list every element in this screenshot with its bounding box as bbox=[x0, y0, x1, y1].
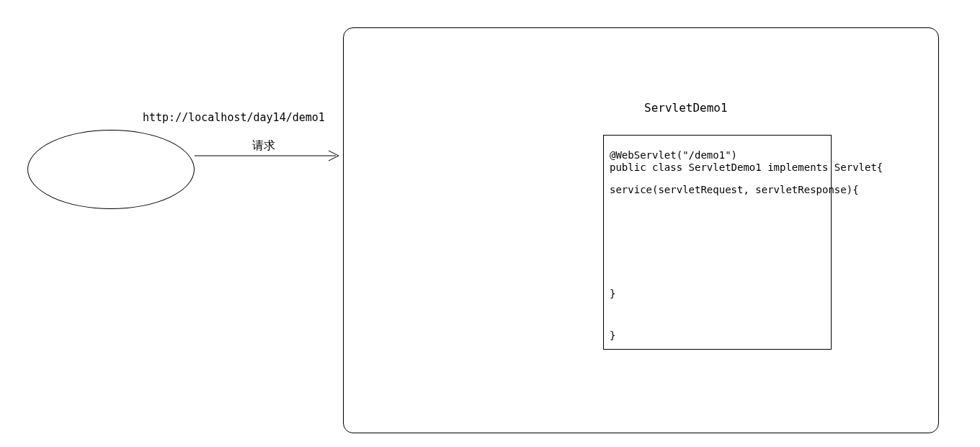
url-text: http://localhost/day14/demo1 bbox=[143, 111, 325, 124]
code-close-brace-2: } bbox=[610, 329, 615, 342]
code-annotation: @WebServlet("/demo1") bbox=[610, 149, 737, 161]
code-service-method: service(servletRequest, servletResponse)… bbox=[610, 183, 859, 196]
code-close-brace-1: } bbox=[610, 287, 615, 300]
servlet-class-title: ServletDemo1 bbox=[644, 101, 728, 115]
code-class-decl: public class ServletDemo1 implements Ser… bbox=[610, 161, 883, 174]
client-ellipse bbox=[27, 130, 195, 209]
servlet-code-box: @WebServlet("/demo1") public class Servl… bbox=[603, 135, 832, 350]
request-label: 请求 bbox=[252, 138, 275, 154]
